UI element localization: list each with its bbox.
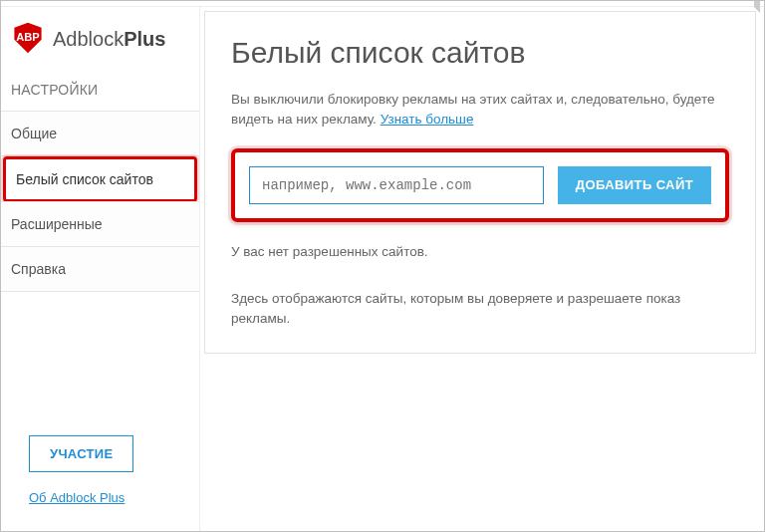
page-description: Вы выключили блокировку рекламы на этих … — [231, 90, 729, 131]
sidebar-item-label: Общие — [11, 126, 57, 141]
sidebar-item-whitelist[interactable]: Белый список сайтов — [3, 156, 197, 202]
sidebar-item-label: Белый список сайтов — [16, 171, 153, 187]
empty-state-text: У вас нет разрешенных сайтов. — [231, 244, 729, 259]
content-body: ABP AdblockPlus НАСТРОЙКИ Общие Белый сп… — [1, 7, 764, 531]
sidebar-item-label: Справка — [11, 261, 66, 277]
sidebar-footer: УЧАСТИЕ Об Adblock Plus — [1, 435, 199, 521]
sidebar-item-label: Расширенные — [11, 216, 103, 232]
brand-name-light: Adblock — [53, 28, 124, 51]
sidebar-header: НАСТРОЙКИ — [1, 76, 199, 112]
add-site-button[interactable]: ДОБАВИТЬ САЙТ — [558, 166, 711, 204]
svg-text:ABP: ABP — [16, 31, 39, 43]
sidebar-item-general[interactable]: Общие — [1, 111, 199, 156]
main: Белый список сайтов Вы выключили блокиро… — [200, 7, 764, 531]
abp-logo-icon: ABP — [11, 21, 45, 58]
about-link[interactable]: Об Adblock Plus — [29, 490, 125, 505]
sidebar-item-advanced[interactable]: Расширенные — [1, 201, 199, 247]
learn-more-link[interactable]: Узнать больше — [381, 112, 474, 127]
site-url-input[interactable] — [249, 166, 544, 204]
whitelist-note: Здесь отображаются сайты, которым вы дов… — [231, 289, 729, 330]
sidebar-nav: Общие Белый список сайтов Расширенные Сп… — [1, 112, 199, 292]
brand-text: AdblockPlus — [53, 28, 165, 51]
page-title: Белый список сайтов — [231, 36, 729, 70]
whitelist-panel: Белый список сайтов Вы выключили блокиро… — [204, 11, 756, 354]
brand: ABP AdblockPlus — [1, 7, 199, 76]
sidebar-item-help[interactable]: Справка — [1, 246, 199, 292]
window: ABP AdblockPlus НАСТРОЙКИ Общие Белый сп… — [0, 0, 765, 532]
window-top-strip — [1, 1, 764, 7]
brand-name-bold: Plus — [124, 28, 165, 51]
add-site-row: ДОБАВИТЬ САЙТ — [231, 148, 729, 222]
contribute-button[interactable]: УЧАСТИЕ — [29, 435, 133, 472]
sidebar: ABP AdblockPlus НАСТРОЙКИ Общие Белый сп… — [1, 7, 200, 531]
